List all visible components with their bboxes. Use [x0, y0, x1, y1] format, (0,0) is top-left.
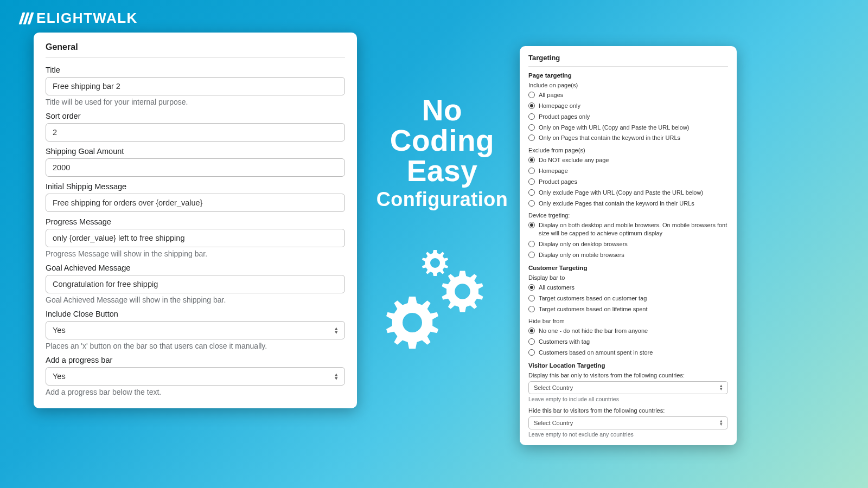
title-help: Title will be used for your internal pur… — [46, 98, 345, 106]
progress-bar-help: Add a progress bar below the text. — [46, 388, 345, 396]
progress-message-label: Progress Message — [46, 217, 345, 226]
device-targeting-label: Device trgeting: — [528, 212, 728, 219]
general-settings-panel: General Title Free shipping bar 2 Title … — [34, 33, 357, 408]
hide-country-help: Leave empty to not exclude any countries — [528, 431, 728, 438]
device-option[interactable]: Display only on mobile browsers — [528, 251, 728, 259]
page-targeting-heading: Page targeting — [528, 72, 728, 79]
radio-icon — [528, 113, 535, 120]
display-to-option[interactable]: All customers — [528, 284, 728, 292]
exclude-option[interactable]: Homepage — [528, 167, 728, 175]
chevron-updown-icon: ▴▾ — [335, 373, 338, 380]
radio-icon — [528, 295, 535, 301]
radio-icon — [528, 241, 535, 247]
progress-bar-select[interactable]: Yes ▴▾ — [46, 367, 345, 386]
hide-bar-from-label: Hide bar from — [528, 318, 728, 324]
chevron-updown-icon: ▴▾ — [720, 384, 723, 390]
brand-name: ELIGHTWALK — [36, 10, 138, 27]
progress-message-help: Progress Message will show in the shippi… — [46, 249, 345, 258]
device-option[interactable]: Display on both desktop and mobile brows… — [528, 221, 728, 237]
radio-icon — [528, 124, 535, 131]
chevron-updown-icon: ▴▾ — [720, 420, 723, 426]
include-close-select[interactable]: Yes ▴▾ — [46, 321, 345, 339]
device-option[interactable]: Display only on desktop browsers — [528, 240, 728, 248]
display-bar-to-label: Display bar to — [528, 274, 728, 281]
include-option-label: Homepage only — [539, 102, 580, 110]
include-option[interactable]: Only on Pages that contain the keyword i… — [528, 134, 728, 142]
progress-bar-value: Yes — [53, 372, 66, 381]
hide-from-option-label: Customers based on amount spent in store — [539, 349, 653, 357]
radio-icon — [528, 252, 535, 258]
display-to-option[interactable]: Target customers based on customer tag — [528, 294, 728, 303]
shipping-goal-label: Shipping Goal Amount — [46, 147, 345, 156]
general-section-title: General — [46, 42, 345, 58]
include-close-label: Include Close Button — [46, 310, 345, 318]
exclude-option-label: Homepage — [539, 167, 568, 175]
include-option-label: Only on Page with URL (Copy and Paste th… — [539, 124, 689, 132]
display-country-select[interactable]: Select Country ▴▾ — [528, 381, 728, 394]
display-to-option-label: All customers — [539, 284, 575, 292]
logo-mark-icon — [21, 12, 32, 24]
include-option[interactable]: All pages — [528, 91, 728, 99]
goal-achieved-help: Goal Achieved Message will show in the s… — [46, 296, 345, 304]
display-to-option-label: Target customers based on customer tag — [539, 294, 647, 303]
hide-from-option[interactable]: Customers based on amount spent in store — [528, 349, 728, 357]
gears-icon — [380, 247, 505, 371]
device-option-label: Display only on desktop browsers — [539, 240, 628, 248]
radio-icon — [528, 338, 535, 345]
exclude-from-pages-group: Do NOT exclude any pageHomepageProduct p… — [528, 156, 728, 207]
hero-line-3: Configuration — [366, 188, 518, 211]
radio-icon — [528, 168, 535, 174]
radio-icon — [528, 178, 535, 185]
include-option-label: All pages — [539, 91, 563, 99]
sort-order-label: Sort order — [46, 112, 345, 120]
exclude-option-label: Do NOT exclude any page — [539, 156, 609, 164]
progress-bar-label: Add a progress bar — [46, 356, 345, 364]
initial-message-input[interactable]: Free shipping for orders over {order_val… — [46, 194, 345, 212]
exclude-option[interactable]: Product pages — [528, 178, 728, 186]
hide-from-option-label: No one - do not hide the bar from anyone — [539, 327, 648, 335]
hide-bar-from-group: No one - do not hide the bar from anyone… — [528, 327, 728, 357]
radio-icon — [528, 200, 535, 207]
include-option-label: Product pages only — [539, 113, 590, 121]
radio-icon — [528, 134, 535, 141]
radio-icon — [528, 157, 535, 163]
sort-order-input[interactable]: 2 — [46, 123, 345, 142]
progress-message-input[interactable]: only {order_value} left to free shipping — [46, 229, 345, 247]
include-close-help: Places an 'x' button on the bar so that … — [46, 342, 345, 350]
radio-icon — [528, 92, 535, 98]
device-option-label: Display only on mobile browsers — [539, 251, 624, 259]
hero-line-2: Easy — [366, 156, 518, 186]
exclude-option[interactable]: Do NOT exclude any page — [528, 156, 728, 164]
display-to-option[interactable]: Target customers based on lifetime spent — [528, 305, 728, 313]
brand-logo: ELIGHTWALK — [21, 10, 138, 27]
display-to-option-label: Target customers based on lifetime spent — [539, 305, 648, 313]
include-option[interactable]: Only on Page with URL (Copy and Paste th… — [528, 124, 728, 132]
hide-from-option[interactable]: Customers with tag — [528, 338, 728, 346]
radio-icon — [528, 328, 535, 334]
targeting-section-title: Targeting — [528, 54, 728, 67]
goal-achieved-label: Goal Achieved Message — [46, 264, 345, 272]
exclude-option-label: Only exclude Pages that contain the keyw… — [539, 200, 694, 208]
display-country-help: Leave empty to include all countries — [528, 396, 728, 402]
radio-icon — [528, 102, 535, 109]
shipping-goal-input[interactable]: 2000 — [46, 158, 345, 177]
include-option[interactable]: Product pages only — [528, 113, 728, 121]
title-input[interactable]: Free shipping bar 2 — [46, 77, 345, 95]
exclude-option[interactable]: Only exclude Page with URL (Copy and Pas… — [528, 189, 728, 197]
goal-achieved-input[interactable]: Congratulation for free shippig — [46, 275, 345, 293]
display-country-value: Select Country — [534, 384, 573, 391]
exclude-option-label: Only exclude Page with URL (Copy and Pas… — [539, 189, 703, 197]
display-country-label: Display this bar only to visitors from t… — [528, 372, 728, 378]
exclude-option[interactable]: Only exclude Pages that contain the keyw… — [528, 200, 728, 208]
radio-icon — [528, 189, 535, 196]
device-option-label: Display on both desktop and mobile brows… — [539, 221, 728, 237]
include-option[interactable]: Homepage only — [528, 102, 728, 110]
exclude-option-label: Product pages — [539, 178, 577, 186]
hide-country-value: Select Country — [534, 420, 573, 426]
hide-from-option[interactable]: No one - do not hide the bar from anyone — [528, 327, 728, 335]
include-close-value: Yes — [53, 326, 66, 335]
hide-country-select[interactable]: Select Country ▴▾ — [528, 416, 728, 429]
include-on-pages-label: Include on page(s) — [528, 82, 728, 88]
targeting-panel: Targeting Page targeting Include on page… — [520, 46, 737, 445]
initial-message-label: Initial Shippig Message — [46, 182, 345, 191]
